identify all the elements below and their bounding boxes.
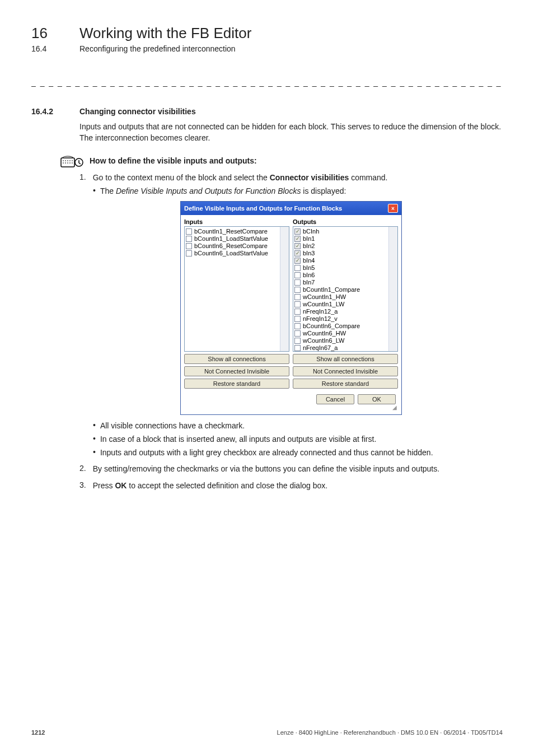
dialog-title-text: Define Visible Inputs and Outputs for Fu…	[184, 205, 342, 212]
checkbox-icon[interactable]	[294, 294, 301, 300]
checkbox-icon[interactable]	[294, 345, 301, 351]
list-item-label: bIn6	[303, 272, 315, 279]
howto-heading: How to define the visible inputs and out…	[90, 156, 257, 165]
not-connected-invisible-outputs-button[interactable]: Not Connected Invisible	[293, 366, 398, 376]
resize-grip-icon[interactable]: ◢	[184, 405, 398, 410]
list-item[interactable]: bIn3	[294, 250, 396, 257]
list-item[interactable]: bIn4	[294, 257, 396, 264]
subsection-title: Changing connector visibilities	[79, 107, 196, 116]
inputs-col-title: Inputs	[184, 218, 289, 225]
bullet-text: Inputs and outputs with a light grey che…	[100, 447, 503, 459]
list-item[interactable]: bIn6	[294, 272, 396, 279]
outputs-col-title: Outputs	[293, 218, 398, 225]
list-item-label: bCountIn1_LoadStartValue	[194, 235, 268, 242]
list-item[interactable]: bCountIn6_ResetCompare	[186, 242, 288, 250]
list-item-label: wCountIn6_HW	[303, 330, 346, 337]
list-item-label: wCountIn1_HW	[303, 293, 346, 301]
bullet-text: All visible connections have a checkmark…	[100, 421, 503, 432]
bullet-text: The Define Visible Inputs and Outputs fo…	[100, 186, 503, 197]
list-item[interactable]: bIn7	[294, 279, 396, 286]
list-item[interactable]: bCountIn1_LoadStartValue	[186, 235, 288, 242]
list-item[interactable]: wCountIn6_HW	[294, 330, 396, 337]
checkbox-icon[interactable]	[294, 338, 301, 344]
list-item-label: bCountIn1_Compare	[303, 286, 360, 293]
list-item[interactable]: wCountIn1_HW	[294, 293, 396, 301]
list-item[interactable]: bCInh	[294, 228, 396, 235]
list-item[interactable]: bIn5	[294, 264, 396, 272]
bullet-marker: •	[93, 186, 96, 197]
list-item[interactable]: nFreqIn12_a	[294, 308, 396, 315]
restore-standard-outputs-button[interactable]: Restore standard	[293, 379, 398, 389]
bullet-text: In case of a block that is inserted anew…	[100, 434, 503, 445]
list-item-label: bCountIn6_ResetCompare	[194, 242, 268, 250]
list-item[interactable]: bCountIn6_LoadStartValue	[186, 250, 288, 257]
list-item-label: bCountIn6_Compare	[303, 323, 360, 330]
list-item[interactable]: nFreqIn67_a	[294, 344, 396, 352]
show-all-inputs-button[interactable]: Show all connections	[184, 354, 289, 364]
list-item[interactable]: bCountIn1_Compare	[294, 286, 396, 293]
dialog-window: Define Visible Inputs and Outputs for Fu…	[180, 201, 402, 415]
list-item-label: bCInh	[303, 228, 319, 235]
step-number: 2.	[79, 464, 86, 475]
dialog-titlebar: Define Visible Inputs and Outputs for Fu…	[181, 202, 401, 215]
bullet-marker: •	[93, 434, 96, 445]
list-item-label: nFreqIn12_v	[303, 315, 338, 323]
page-number: 1212	[31, 729, 45, 736]
checkbox-icon[interactable]	[294, 287, 301, 293]
checkbox-icon[interactable]	[294, 258, 301, 264]
list-item[interactable]: bIn2	[294, 242, 396, 250]
not-connected-invisible-inputs-button[interactable]: Not Connected Invisible	[184, 366, 289, 376]
list-item[interactable]: bIn1	[294, 235, 396, 242]
cancel-button[interactable]: Cancel	[316, 394, 354, 404]
divider-dashes: _ _ _ _ _ _ _ _ _ _ _ _ _ _ _ _ _ _ _ _ …	[31, 78, 503, 87]
checkbox-icon[interactable]	[294, 243, 301, 249]
chapter-number: 16	[31, 25, 62, 42]
section-number: 16.4	[31, 44, 62, 53]
inputs-list[interactable]: bCountIn1_ResetComparebCountIn1_LoadStar…	[184, 226, 289, 352]
list-item[interactable]: bCountIn1_ResetCompare	[186, 228, 288, 235]
checkbox-icon[interactable]	[294, 323, 301, 329]
outputs-list[interactable]: bCInhbIn1bIn2bIn3bIn4bIn5bIn6bIn7bCountI…	[293, 226, 398, 352]
checkbox-icon[interactable]	[294, 301, 301, 307]
list-item[interactable]: wCountIn6_LW	[294, 337, 396, 344]
list-item-label: bCountIn6_LoadStartValue	[194, 250, 268, 257]
list-item-label: nFreqIn12_a	[303, 308, 338, 315]
checkbox-icon[interactable]	[294, 309, 301, 315]
checkbox-icon[interactable]	[294, 265, 301, 271]
checkbox-icon[interactable]	[294, 272, 301, 278]
checkbox-icon[interactable]	[294, 279, 301, 286]
restore-standard-inputs-button[interactable]: Restore standard	[184, 379, 289, 389]
checkbox-icon[interactable]	[186, 228, 192, 235]
checkbox-icon[interactable]	[294, 316, 301, 322]
list-item-label: bCountIn1_ResetCompare	[194, 228, 268, 235]
bullet-marker: •	[93, 421, 96, 432]
intro-paragraph: Inputs and outputs that are not connecte…	[79, 122, 503, 143]
list-item[interactable]: bCountIn6_Compare	[294, 323, 396, 330]
scrollbar[interactable]	[388, 227, 397, 351]
step-text: Go to the context menu of the block and …	[93, 172, 503, 184]
checkbox-icon[interactable]	[294, 228, 301, 235]
step-number: 3.	[79, 480, 86, 492]
checkbox-icon[interactable]	[186, 250, 192, 256]
checkbox-icon[interactable]	[294, 236, 301, 242]
list-item-label: bIn3	[303, 250, 315, 257]
subsection-number: 16.4.2	[31, 107, 62, 116]
step-number: 1.	[79, 172, 86, 184]
checkbox-icon[interactable]	[294, 250, 301, 256]
list-item-label: wCountIn6_LW	[303, 337, 344, 344]
checkbox-icon[interactable]	[186, 236, 192, 242]
checkbox-icon[interactable]	[186, 243, 192, 249]
list-item[interactable]: nFreqIn12_v	[294, 315, 396, 323]
list-item[interactable]: wCountIn1_LW	[294, 301, 396, 308]
ok-button[interactable]: OK	[358, 394, 396, 404]
chapter-title: Working with the FB Editor	[79, 25, 251, 42]
list-item-label: bIn1	[303, 235, 315, 242]
scrollbar[interactable]	[280, 227, 289, 351]
list-item-label: bIn2	[303, 242, 315, 250]
checkbox-icon[interactable]	[294, 330, 301, 337]
section-title: Reconfiguring the predefined interconnec…	[79, 44, 236, 53]
footer-meta: Lenze · 8400 HighLine · Referenzhandbuch…	[277, 729, 503, 736]
show-all-outputs-button[interactable]: Show all connections	[293, 354, 398, 364]
close-icon[interactable]: ×	[388, 204, 398, 213]
bullet-marker: •	[93, 447, 96, 459]
